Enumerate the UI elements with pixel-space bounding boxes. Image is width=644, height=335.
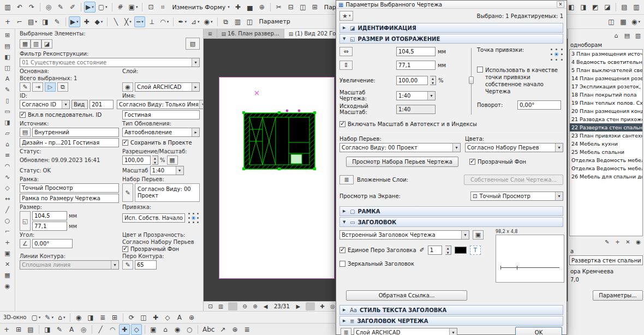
navigator-item[interactable]: Отделка Ведомость мебели для с [570,156,642,164]
angle-snap-icon[interactable]: ⊿ [189,16,201,27]
display-options-icon[interactable]: ▢ [30,312,43,323]
arc-icon[interactable]: ◠ [158,16,170,27]
navigator-item[interactable]: 22 Развертка стен спальни [570,123,642,131]
separator[interactable] [65,17,66,26]
layout-book-icon[interactable]: ⊞ [309,2,320,13]
prev-page-icon[interactable]: ◀ [261,302,270,310]
section-title[interactable]: ▼ ▭ ЗАГОЛОВОК [339,217,563,227]
element-settings-icon[interactable]: ▦ [20,39,31,49]
stretch-icon[interactable]: ✚ [232,2,243,13]
favorites-button[interactable]: ★ [339,11,353,21]
transparent-bg-checkbox[interactable]: Прозрачный Фон [469,157,526,167]
undo-icon[interactable]: ↶ [14,2,25,13]
pen-set-transfer-icon[interactable]: ✎ [20,82,31,92]
layer-combo[interactable]: Слой ARCHICAD [135,82,200,92]
single-title-pen-checkbox[interactable]: Единое Перо Заголовка [339,247,416,253]
slab-tool-icon[interactable]: ▱ [1,128,14,139]
width-input[interactable] [32,211,67,220]
separator[interactable] [145,325,145,334]
navigator-item[interactable]: 20 План размещения кондиционеро [570,107,642,115]
organizer2-icon[interactable]: ▦ [618,16,629,27]
separator[interactable] [39,325,39,334]
gear-icon[interactable]: ◉ [172,324,183,335]
zoom-out-icon[interactable]: ⊖ [240,302,249,310]
drawing-height-input[interactable] [396,61,436,70]
teamwork-icon[interactable]: ◪ [41,39,52,49]
title-preview-fit-icon[interactable]: ▣ [473,230,484,240]
mirror-title-checkbox[interactable]: Зеркальный Заголовок [339,261,414,267]
beam-tool-icon[interactable]: ▭ [1,106,14,117]
arc2-icon[interactable]: ◠ [107,324,118,335]
penset-combo[interactable]: Согласно Виду: 00 Проект [339,143,461,152]
transfer-settings-icon[interactable]: ⇥ [32,82,43,92]
back-reference-button[interactable]: Обратная Ссылка... [346,290,467,301]
anchor-pen-icon[interactable]: ◆ [93,16,105,27]
separator[interactable] [173,17,174,26]
resolution-stepper[interactable]: ▲▼ [152,155,158,165]
inject-settings-icon[interactable]: ▷ [45,82,56,92]
roof2-icon[interactable]: ⌂ [160,324,171,335]
navigator-item[interactable]: 26 Мебель для спальни дочери [570,172,642,181]
refresh-icon[interactable]: ⟳ [126,312,137,323]
navigator-item[interactable]: 24 Мебель кухни [570,140,642,148]
layers-menu-icon[interactable]: ▤ [26,16,39,27]
navigator-item[interactable]: 14 План размещения розеток и эле [570,74,642,82]
magnification-input[interactable] [396,76,428,85]
pen-options-icon[interactable]: ✎ [43,312,55,323]
corner-icon[interactable]: ⌐ [14,16,25,27]
select-arrow-icon[interactable]: ▶ [69,16,80,27]
filter-icon[interactable]: ◉ [73,312,84,323]
window-icon[interactable]: ◫ [245,16,255,27]
title-pen-stepper[interactable]: ▲▼ [445,246,451,255]
screen-preview-combo[interactable]: ⊡ Точный Просмотр [470,192,563,201]
section-title-text-style[interactable]: ▶ Аа СТИЛЬ ТЕКСТА ЗАГОЛОВКА [339,305,563,315]
home-icon[interactable]: ⌂ [611,31,621,40]
roof-tool-icon[interactable]: ⌂ [1,139,14,149]
grid-snap-icon[interactable]: # [115,2,126,13]
nav-settings-icon[interactable]: ◉ [634,237,643,246]
update-type-combo[interactable]: Автообновление [122,128,200,137]
scale-slider[interactable] [469,48,474,115]
column-tool-icon[interactable]: ▯ [1,95,14,106]
navigator-item[interactable]: 17 Экспликация розеток, выключат [570,82,642,91]
zoom-in-icon[interactable]: ⊕ [251,302,260,310]
next-page-icon[interactable]: ▶ [294,302,303,310]
cross-line-icon[interactable]: ╳ [122,16,133,27]
anchor-point-grid[interactable] [187,211,200,224]
grid-display-icon[interactable]: ⊞ [13,324,24,335]
relative-coords-icon[interactable]: ◇ [131,324,142,335]
hotspot-tool-icon[interactable]: + [1,237,14,248]
split-icon[interactable]: ⊟ [285,2,296,13]
zoom2-icon[interactable]: ⊕ [186,312,197,323]
navigator-item[interactable]: Отделка Ведомость мебели для д [570,164,642,172]
pencil-icon[interactable]: ✎ [55,2,66,13]
zoom-icon[interactable]: ⊕ [257,2,267,13]
separator[interactable] [270,3,271,11]
layers2-icon[interactable]: ≣ [97,312,108,323]
ok-button[interactable]: OK [515,327,562,335]
move2-icon[interactable]: ✚ [150,312,161,323]
navigator-item[interactable]: 18 План покрытий пола [570,91,642,99]
nav-edit-icon[interactable]: ✎ [603,237,612,246]
separator[interactable] [142,3,142,11]
fit-view-icon[interactable]: ⊡ [206,302,215,310]
world-origin-icon[interactable]: ⊕ [229,324,240,335]
stair-tool-icon[interactable]: ≡ [1,150,14,160]
id-mode-combo[interactable]: Согласно ID [20,100,70,109]
circle2-icon[interactable]: ○ [184,324,195,335]
drawing-scale-combo[interactable]: 1:40 [396,91,436,100]
navigator-item[interactable]: 4 Ведомость осветительных прибо [570,58,642,66]
magnification-stepper[interactable]: ▲▼ [430,76,436,85]
eye-icon[interactable]: ◉ [122,82,133,92]
window-tool-icon[interactable]: ◨ [1,117,14,128]
tab-layout-plan[interactable]: ▤16. План развер... [217,29,284,38]
height-input[interactable] [32,222,67,231]
circle-tool-icon[interactable]: ○ [1,216,14,226]
library-manager-icon[interactable]: ▤ [619,2,630,13]
transparent-bg-checkbox-panel[interactable]: Прозрачный Фон [122,246,200,252]
line-tool-icon[interactable]: ╱ [1,205,14,215]
separator[interactable] [217,17,218,26]
edit-shape-menu[interactable]: Изменить Форму [169,2,231,13]
contour-pen-input[interactable] [135,260,157,270]
navigator-params-button[interactable]: Параметры... [593,290,643,301]
